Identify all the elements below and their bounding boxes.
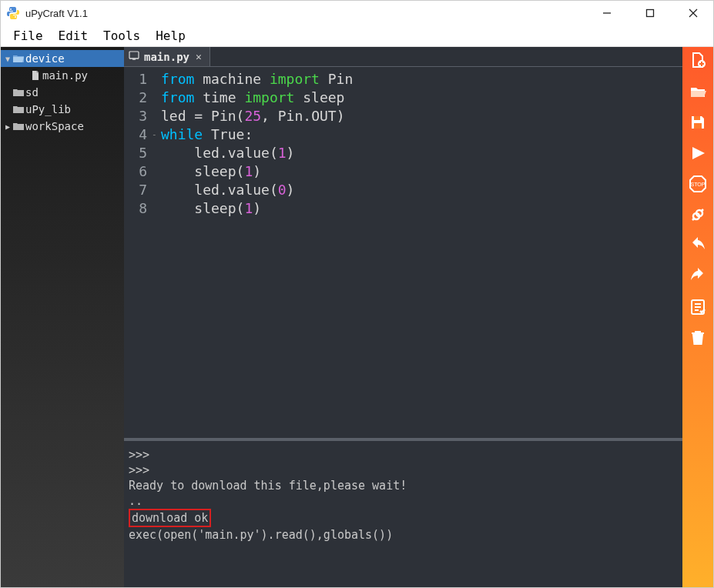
line-number: 8: [124, 199, 147, 218]
line-number: 5: [124, 144, 147, 162]
stop-icon: STOP: [689, 175, 707, 196]
folder-icon: [12, 104, 25, 115]
run-button[interactable]: [687, 144, 709, 165]
console-line: >>>: [129, 447, 678, 463]
tree-item-label: sd: [25, 86, 39, 99]
menu-tools[interactable]: Tools: [96, 26, 148, 45]
file-tree[interactable]: ▼device▶main.py▶sd▶uPy_lib▶workSpace: [1, 47, 124, 587]
syntax-check-button[interactable]: [687, 298, 709, 319]
fold-marker: [152, 162, 161, 181]
menu-file[interactable]: File: [5, 26, 51, 45]
stop-button[interactable]: STOP: [687, 175, 709, 196]
menu-help[interactable]: Help: [148, 26, 193, 45]
window-controls: [593, 2, 707, 24]
code-line[interactable]: from machine import Pin: [161, 70, 682, 89]
svg-rect-11: [694, 123, 702, 129]
close-button[interactable]: [679, 2, 707, 24]
connect-icon: [689, 205, 707, 227]
line-number: 2: [124, 89, 147, 107]
code-line[interactable]: led = Pin(25, Pin.OUT): [161, 107, 682, 125]
tab-bar: main.py ✕: [124, 47, 682, 67]
svg-point-15: [696, 210, 702, 216]
maximize-button[interactable]: [636, 2, 664, 24]
code-line[interactable]: sleep(1): [161, 162, 682, 181]
tree-item-label: workSpace: [25, 120, 84, 132]
line-number: 4: [124, 125, 147, 144]
file-icon: [28, 70, 42, 81]
fold-marker: [152, 89, 161, 107]
content-area: ▼device▶main.py▶sd▶uPy_lib▶workSpace mai…: [1, 47, 713, 587]
delete-icon: [689, 329, 707, 350]
tab-close-icon[interactable]: ✕: [194, 51, 203, 62]
redo-button[interactable]: [687, 267, 709, 289]
redo-icon: [689, 267, 707, 289]
code-line[interactable]: led.value(0): [161, 181, 682, 199]
line-number: 3: [124, 107, 147, 125]
menu-edit[interactable]: Edit: [51, 26, 96, 45]
code-line[interactable]: while True:: [161, 125, 682, 144]
app-icon: [7, 7, 19, 19]
run-icon: [689, 144, 707, 165]
folder-icon: [12, 53, 25, 64]
menubar: File Edit Tools Help: [1, 25, 713, 47]
new-file-button[interactable]: [687, 52, 709, 73]
folder-icon: [12, 121, 25, 132]
main-pane: main.py ✕ 12345678 - from machine import…: [124, 47, 682, 587]
console-line: >>>: [129, 463, 678, 478]
svg-rect-18: [692, 332, 704, 334]
save-file-icon: [689, 113, 707, 135]
fold-column[interactable]: -: [152, 67, 161, 438]
tab-label: main.py: [144, 51, 189, 63]
new-file-icon: [689, 52, 707, 73]
minimize-button[interactable]: [593, 2, 621, 24]
chevron-right-icon[interactable]: ▶: [4, 122, 12, 131]
window-title: uPyCraft V1.1: [25, 8, 593, 19]
console-line: ..: [129, 493, 678, 509]
undo-button[interactable]: [687, 236, 709, 258]
fold-marker: [152, 144, 161, 162]
code-line[interactable]: from time import sleep: [161, 89, 682, 107]
console-line: exec(open('main.py').read(),globals()): [129, 527, 678, 543]
chevron-down-icon[interactable]: ▼: [4, 55, 12, 63]
code-area[interactable]: from machine import Pinfrom time import …: [161, 67, 682, 438]
line-number: 7: [124, 181, 147, 199]
tree-item-label: uPy_lib: [25, 103, 71, 115]
open-file-button[interactable]: [687, 82, 709, 104]
tree-item-workSpace[interactable]: ▶workSpace: [1, 118, 124, 135]
folder-icon: [12, 87, 25, 98]
syntax-check-icon: [689, 298, 707, 319]
svg-text:STOP: STOP: [691, 182, 706, 187]
tree-item-label: main.py: [42, 69, 88, 82]
line-number-gutter: 12345678: [124, 67, 152, 438]
delete-button[interactable]: [687, 329, 709, 350]
tree-item-sd[interactable]: ▶sd: [1, 84, 124, 101]
fold-marker: [152, 107, 161, 125]
svg-rect-10: [694, 116, 700, 120]
console-line: download ok: [129, 509, 678, 527]
fold-marker: [152, 181, 161, 199]
tree-item-device[interactable]: ▼device: [1, 50, 124, 67]
tree-item-uPy_lib[interactable]: ▶uPy_lib: [1, 101, 124, 118]
save-file-button[interactable]: [687, 113, 709, 135]
console-line: Ready to download this file,please wait!: [129, 478, 678, 493]
download-ok-highlight: download ok: [129, 509, 211, 527]
code-line[interactable]: sleep(1): [161, 199, 682, 218]
fold-marker[interactable]: -: [152, 125, 161, 144]
fold-marker: [152, 199, 161, 218]
repl-console[interactable]: >>> >>> Ready to download this file,plea…: [124, 441, 682, 587]
tree-item-label: device: [25, 52, 65, 65]
line-number: 6: [124, 162, 147, 181]
fold-marker: [152, 70, 161, 89]
connect-button[interactable]: [687, 205, 709, 227]
line-number: 1: [124, 70, 147, 89]
tree-item-main-py[interactable]: ▶main.py: [1, 67, 124, 84]
app-window: uPyCraft V1.1 File Edit Tools Help ▼devi…: [0, 0, 714, 588]
tab-file-icon: [129, 50, 139, 63]
open-file-icon: [689, 82, 707, 104]
code-line[interactable]: led.value(1): [161, 144, 682, 162]
tab-main-py[interactable]: main.py ✕: [124, 47, 210, 66]
svg-rect-1: [647, 10, 654, 17]
right-toolbar: STOP: [682, 47, 713, 587]
undo-icon: [689, 236, 707, 258]
code-editor[interactable]: 12345678 - from machine import Pinfrom t…: [124, 67, 682, 438]
